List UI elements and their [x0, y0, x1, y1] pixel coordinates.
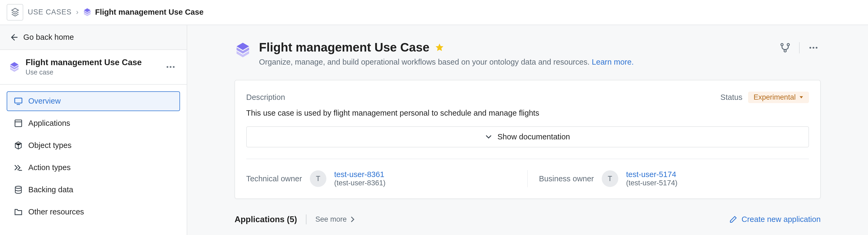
chevron-right-icon [350, 216, 355, 222]
business-owner: Business owner T test-user-5174 (test-us… [528, 170, 809, 187]
divider [799, 42, 800, 54]
sidebar-item-other-resources[interactable]: Other resources [7, 202, 180, 222]
branch-button[interactable] [778, 41, 793, 55]
show-doc-label: Show documentation [497, 132, 570, 141]
business-owner-name[interactable]: test-user-5174 [626, 170, 677, 179]
technical-owner: Technical owner T test-user-8361 (test-u… [246, 170, 528, 187]
applications-title: Applications (5) [235, 215, 297, 224]
caret-down-icon [799, 95, 804, 100]
arrow-left-icon [9, 33, 18, 42]
more-button[interactable] [806, 41, 821, 55]
sidebar-subtitle: Use case [26, 68, 142, 76]
breadcrumb-current-label: Flight management Use Case [95, 8, 204, 16]
divider [306, 214, 306, 224]
avatar: T [602, 170, 618, 187]
page-subtitle-text: Organize, manage, and build operational … [259, 58, 592, 66]
sidebar-item-applications[interactable]: Applications [7, 113, 180, 134]
show-documentation-button[interactable]: Show documentation [246, 126, 809, 147]
sidebar-item-label: Action types [28, 163, 71, 172]
svg-rect-4 [15, 120, 22, 127]
description-text: This use case is used by flight manageme… [246, 109, 809, 118]
svg-point-6 [781, 43, 783, 46]
edit-icon [730, 215, 737, 223]
create-app-label: Create new application [742, 215, 821, 224]
sidebar-item-object-types[interactable]: Object types [7, 136, 180, 156]
page-subtitle: Organize, manage, and build operational … [259, 58, 634, 67]
usecase-icon [83, 8, 92, 16]
svg-point-10 [812, 47, 814, 49]
go-back-label: Go back home [23, 33, 74, 42]
owners-row: Technical owner T test-user-8361 (test-u… [246, 159, 809, 188]
header-actions [778, 41, 821, 55]
avatar: T [310, 170, 327, 187]
sidebar-item-overview[interactable]: Overview [7, 91, 180, 111]
svg-point-1 [169, 66, 172, 68]
status-value: Experimental [753, 93, 796, 101]
breadcrumb-root[interactable]: USE CASES [28, 8, 71, 16]
folder-icon [14, 207, 23, 216]
usecase-icon [235, 42, 251, 58]
svg-point-5 [15, 186, 21, 188]
monitor-icon [14, 97, 23, 105]
svg-point-8 [784, 50, 786, 52]
database-icon [14, 185, 23, 194]
cube-icon [14, 141, 23, 150]
technical-owner-name[interactable]: test-user-8361 [334, 170, 385, 179]
see-more-button[interactable]: See more [315, 215, 355, 224]
star-icon[interactable] [435, 43, 444, 52]
page-title: Flight management Use Case [259, 41, 634, 55]
sidebar-header: Flight management Use Case Use case [0, 50, 187, 85]
action-icon [14, 163, 23, 172]
svg-point-0 [167, 66, 168, 68]
svg-point-11 [816, 47, 817, 49]
status-badge[interactable]: Experimental [748, 92, 809, 103]
sidebar: Go back home Flight management Use Case … [0, 25, 187, 235]
page-title-text: Flight management Use Case [259, 41, 430, 55]
sidebar-item-label: Object types [28, 141, 71, 150]
technical-owner-label: Technical owner [246, 174, 302, 183]
sidebar-title: Flight management Use Case [26, 58, 142, 67]
status-label: Status [720, 93, 742, 102]
see-more-label: See more [315, 215, 347, 224]
more-button[interactable] [163, 60, 178, 74]
description-card: Description Status Experimental This use… [235, 80, 820, 199]
usecase-icon [9, 61, 20, 73]
business-owner-label: Business owner [539, 174, 594, 183]
sidebar-item-action-types[interactable]: Action types [7, 158, 180, 178]
sidebar-item-backing-data[interactable]: Backing data [7, 180, 180, 200]
sidebar-item-label: Applications [28, 119, 70, 128]
breadcrumb: USE CASES › Flight management Use Case [0, 0, 868, 25]
technical-owner-sub: (test-user-8361) [334, 179, 385, 187]
svg-point-7 [787, 43, 789, 46]
description-label: Description [246, 93, 285, 102]
chevron-down-icon [485, 134, 492, 140]
chevron-right-icon: › [76, 8, 79, 16]
sidebar-item-label: Other resources [28, 207, 84, 216]
svg-point-9 [809, 47, 811, 49]
go-back-button[interactable]: Go back home [0, 25, 187, 50]
main-content: Flight management Use Case Organize, man… [187, 25, 868, 235]
page-header: Flight management Use Case Organize, man… [235, 41, 820, 67]
create-application-button[interactable]: Create new application [730, 215, 821, 224]
business-owner-sub: (test-user-5174) [626, 179, 677, 187]
sidebar-nav: Overview Applications Object types Actio… [0, 85, 187, 229]
breadcrumb-current: Flight management Use Case [83, 8, 204, 16]
sidebar-item-label: Backing data [28, 185, 73, 194]
svg-point-2 [173, 66, 175, 68]
sidebar-item-label: Overview [28, 97, 61, 105]
application-icon [14, 119, 23, 128]
layers-icon[interactable] [7, 4, 23, 21]
applications-section-header: Applications (5) See more Create new app… [235, 214, 820, 224]
svg-rect-3 [15, 98, 22, 103]
learn-more-link[interactable]: Learn more. [592, 58, 634, 66]
